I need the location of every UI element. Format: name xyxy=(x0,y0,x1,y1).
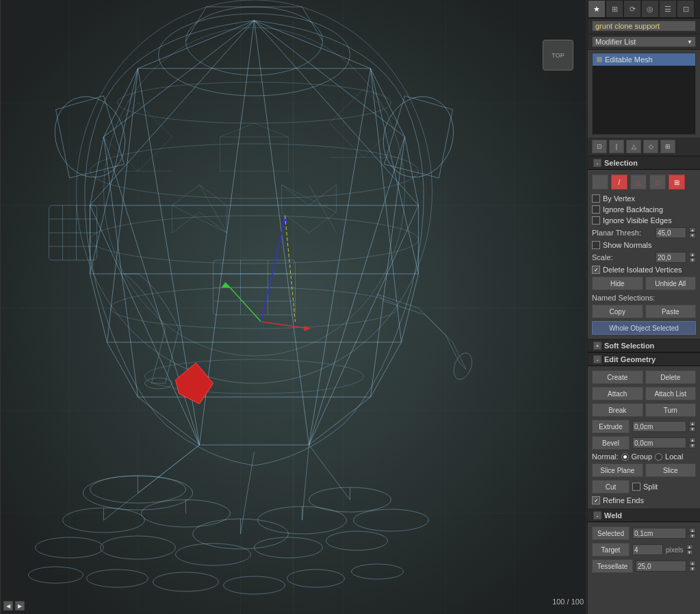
modifier-dropdown-arrow: ▼ xyxy=(687,39,692,45)
right-panel: ★ ⊞ ⟳ ◎ ☰ ⊡ Modifier List ▼ Editable Mes… xyxy=(587,0,700,614)
by-vertex-checkbox[interactable] xyxy=(592,194,600,203)
subobj-element-btn[interactable]: ⊞ xyxy=(660,140,675,153)
edge-select-btn[interactable]: / xyxy=(611,175,627,190)
modifier-item-editable-mesh[interactable]: Editable Mesh xyxy=(593,53,695,66)
slice-btn[interactable]: Slice xyxy=(645,463,697,477)
tab-utilities[interactable]: ⊡ xyxy=(677,0,695,18)
show-normals-checkbox[interactable] xyxy=(592,241,600,249)
slice-plane-btn[interactable]: Slice Plane xyxy=(592,463,643,477)
weld-selected-input[interactable] xyxy=(632,528,686,539)
object-name-input[interactable] xyxy=(592,21,696,31)
cut-btn[interactable]: Cut xyxy=(592,480,630,494)
scale-input[interactable] xyxy=(656,252,686,263)
ignore-backfacing-label: Ignore Backfacing xyxy=(603,205,663,214)
tab-display[interactable]: ☰ xyxy=(659,0,677,18)
bevel-input[interactable] xyxy=(632,437,686,448)
weld-collapse-btn[interactable]: - xyxy=(593,511,601,520)
weld-selected-down[interactable]: ▼ xyxy=(689,533,696,539)
by-vertex-row: By Vertex xyxy=(592,193,696,204)
tab-modify[interactable]: ⊞ xyxy=(606,0,623,18)
edit-geometry-header[interactable]: - Edit Geometry xyxy=(588,353,700,366)
refine-ends-checkbox[interactable] xyxy=(592,496,600,504)
delete-isolated-checkbox[interactable] xyxy=(592,266,600,274)
scale-down[interactable]: ▼ xyxy=(689,257,696,263)
paste-btn[interactable]: Paste xyxy=(645,305,697,318)
viewport-cube[interactable]: TOP xyxy=(543,40,573,71)
split-label: Split xyxy=(643,483,658,491)
tab-motion[interactable]: ◎ xyxy=(641,0,659,18)
bevel-btn[interactable]: Bevel xyxy=(592,436,630,450)
attach-btn[interactable]: Attach xyxy=(592,387,643,400)
subobj-edge-btn[interactable]: | xyxy=(609,140,624,153)
local-radio[interactable] xyxy=(655,453,662,461)
weld-target-spinner: ▲ ▼ xyxy=(686,544,693,555)
group-radio[interactable] xyxy=(621,453,629,461)
planar-thresh-down[interactable]: ▼ xyxy=(689,233,696,238)
poly-select-btn[interactable]: □ xyxy=(649,175,666,190)
unhide-all-btn[interactable]: Unhide All xyxy=(645,277,697,290)
slice-row: Slice Plane Slice xyxy=(592,462,696,478)
tessellate-spinner: ▲ ▼ xyxy=(689,561,696,572)
tessellate-down[interactable]: ▼ xyxy=(689,566,696,572)
named-selections-label: Named Selections: xyxy=(592,292,696,303)
subobj-face-btn[interactable]: △ xyxy=(626,140,641,153)
selection-header-label: Selection xyxy=(604,159,638,167)
modifier-item-label: Editable Mesh xyxy=(605,55,653,64)
extrude-up[interactable]: ▲ xyxy=(689,421,696,426)
scroll-right-btn[interactable]: ▶ xyxy=(15,601,25,611)
weld-target-up[interactable]: ▲ xyxy=(686,544,693,550)
viewport-cube-label: TOP xyxy=(552,52,564,59)
bevel-spinner: ▲ ▼ xyxy=(689,437,696,448)
subobj-vertex-btn[interactable]: ⊡ xyxy=(592,140,607,153)
viewport[interactable]: TOP 100 / 100 ◀ ▶ xyxy=(0,0,587,614)
modifier-list-dropdown[interactable]: Modifier List ▼ xyxy=(592,36,696,47)
delete-btn[interactable]: Delete xyxy=(645,370,697,384)
selection-header[interactable]: - Selection xyxy=(588,156,700,170)
tessellate-btn[interactable]: Tessellate xyxy=(592,559,633,573)
weld-target-row: Target pixels ▲ ▼ xyxy=(592,541,696,558)
planar-thresh-input[interactable] xyxy=(656,227,686,238)
bevel-down[interactable]: ▼ xyxy=(689,443,696,448)
face-select-btn[interactable]: △ xyxy=(630,175,647,190)
bevel-up[interactable]: ▲ xyxy=(689,437,696,443)
weld-header[interactable]: - Weld xyxy=(588,509,700,522)
attach-list-btn[interactable]: Attach List xyxy=(645,387,697,400)
panel-top-tabs: ★ ⊞ ⟳ ◎ ☰ ⊡ xyxy=(588,0,700,18)
selection-collapse-btn[interactable]: - xyxy=(593,159,601,167)
create-btn[interactable]: Create xyxy=(592,370,643,384)
weld-target-down[interactable]: ▼ xyxy=(686,550,693,555)
tab-hierarchy[interactable]: ⟳ xyxy=(623,0,641,18)
weld-target-input[interactable] xyxy=(632,544,663,555)
weld-selected-btn[interactable]: Selected xyxy=(592,526,630,540)
ignore-visible-edges-checkbox[interactable] xyxy=(592,216,600,225)
subobj-poly-btn[interactable]: ◇ xyxy=(643,140,658,153)
scroll-left-btn[interactable]: ◀ xyxy=(3,601,13,611)
element-select-btn[interactable]: ⊞ xyxy=(669,175,685,190)
whole-object-btn[interactable]: Whole Object Selected xyxy=(592,321,696,335)
edit-geometry-collapse-btn[interactable]: - xyxy=(593,355,601,363)
planar-thresh-spinner: ▲ ▼ xyxy=(689,227,696,238)
soft-selection-header[interactable]: + Soft Selection xyxy=(588,339,700,353)
tab-create[interactable]: ★ xyxy=(588,0,606,18)
split-checkbox[interactable] xyxy=(632,483,640,491)
extrude-input[interactable] xyxy=(632,421,686,432)
planar-thresh-up[interactable]: ▲ xyxy=(689,227,696,233)
extrude-btn[interactable]: Extrude xyxy=(592,420,630,433)
ignore-backfacing-row: Ignore Backfacing xyxy=(592,204,696,215)
soft-selection-collapse-btn[interactable]: + xyxy=(593,342,601,350)
scale-spinner: ▲ ▼ xyxy=(689,252,696,263)
modifier-list-bar: Modifier List ▼ xyxy=(588,34,700,50)
break-btn[interactable]: Break xyxy=(592,403,643,417)
ignore-backfacing-checkbox[interactable] xyxy=(592,205,600,214)
extrude-down[interactable]: ▼ xyxy=(689,426,696,432)
weld-target-btn[interactable]: Target xyxy=(592,543,630,557)
tessellate-up[interactable]: ▲ xyxy=(689,561,696,566)
weld-selected-up[interactable]: ▲ xyxy=(689,528,696,533)
copy-btn[interactable]: Copy xyxy=(592,305,643,318)
scale-up[interactable]: ▲ xyxy=(689,252,696,257)
tessellate-input[interactable] xyxy=(636,561,686,572)
ignore-visible-edges-label: Ignore Visible Edges xyxy=(603,216,672,225)
hide-btn[interactable]: Hide xyxy=(592,277,643,290)
vertex-select-btn[interactable]: · xyxy=(592,175,608,190)
turn-btn[interactable]: Turn xyxy=(645,403,697,417)
